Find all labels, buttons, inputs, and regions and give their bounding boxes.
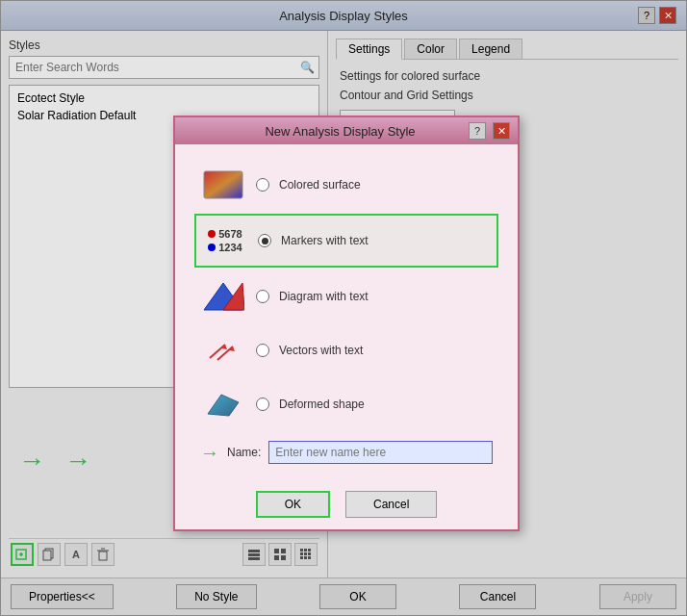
option-vectors-with-text[interactable]: Vectors with text bbox=[194, 325, 498, 375]
label-vectors-with-text: Vectors with text bbox=[279, 344, 363, 357]
radio-vectors-with-text[interactable] bbox=[256, 344, 269, 357]
option-diagram-with-text[interactable]: Diagram with text bbox=[194, 271, 498, 321]
modal-title-bar: New Analysis Display Style ? ✕ bbox=[175, 117, 518, 144]
diagram-with-text-icon bbox=[200, 279, 246, 314]
name-row: → Name: bbox=[194, 441, 498, 464]
option-colored-surface[interactable]: Colored surface bbox=[194, 160, 498, 210]
name-arrow-icon: → bbox=[200, 442, 219, 464]
modal-ok-button[interactable]: OK bbox=[256, 491, 330, 518]
modal-overlay: New Analysis Display Style ? ✕ bbox=[0, 0, 687, 616]
radio-diagram-with-text[interactable] bbox=[256, 290, 269, 303]
marker-row-2: 1234 bbox=[208, 242, 242, 253]
name-input[interactable] bbox=[268, 441, 493, 464]
label-diagram-with-text: Diagram with text bbox=[279, 290, 369, 303]
radio-deformed-shape[interactable] bbox=[256, 398, 269, 411]
radio-markers-with-text[interactable] bbox=[258, 234, 271, 247]
colored-surface-icon bbox=[200, 167, 246, 202]
svg-marker-32 bbox=[208, 395, 239, 416]
modal-footer: OK Cancel bbox=[175, 479, 518, 529]
option-deformed-shape[interactable]: Deformed shape bbox=[194, 379, 498, 429]
modal-help-button[interactable]: ? bbox=[469, 122, 486, 140]
modal-body: Colored surface 5678 1234 bbox=[175, 144, 518, 479]
dot-red bbox=[208, 230, 216, 238]
modal-dialog: New Analysis Display Style ? ✕ bbox=[173, 116, 520, 531]
markers-icon-inner: 5678 1234 bbox=[208, 228, 242, 253]
modal-title: New Analysis Display Style bbox=[212, 124, 469, 139]
vectors-with-text-icon bbox=[200, 333, 246, 368]
window-wrapper: Analysis Display Styles ? ✕ Styles 🔍 Eco… bbox=[0, 0, 687, 616]
option-markers-with-text[interactable]: 5678 1234 Markers with text bbox=[194, 214, 498, 268]
label-deformed-shape: Deformed shape bbox=[279, 398, 365, 411]
markers-with-text-icon: 5678 1234 bbox=[202, 223, 248, 258]
name-label: Name: bbox=[227, 446, 261, 459]
modal-cancel-button[interactable]: Cancel bbox=[345, 491, 437, 518]
dot-blue bbox=[208, 244, 216, 251]
deformed-shape-icon bbox=[200, 387, 246, 422]
radio-colored-surface[interactable] bbox=[256, 178, 269, 192]
label-colored-surface: Colored surface bbox=[279, 178, 361, 192]
modal-close-button[interactable]: ✕ bbox=[493, 122, 510, 140]
marker-row-1: 5678 bbox=[208, 228, 242, 240]
label-markers-with-text: Markers with text bbox=[281, 234, 369, 247]
svg-rect-24 bbox=[204, 171, 242, 198]
